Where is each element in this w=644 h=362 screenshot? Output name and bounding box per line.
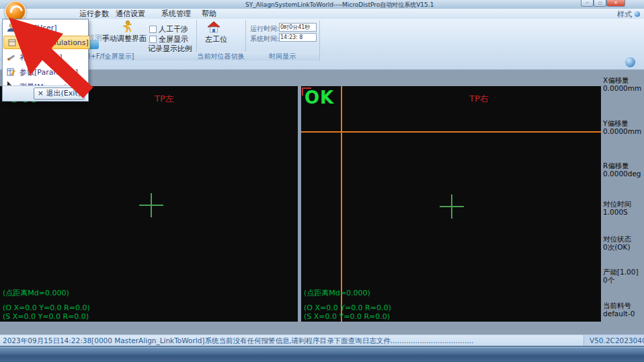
group-divider	[319, 20, 320, 61]
distance-readout-right: (点距离Md=0.000)	[304, 288, 370, 298]
o-readout-left: (O X=0.0 Y=0.0 R=0.0)	[3, 303, 90, 312]
camera-view-right: OK TP右 (点距离Md=0.000) (O X=0.0 Y=0.0 R=0.…	[301, 86, 601, 322]
r-offset-readout: R偏移量 0.0000deg	[603, 161, 643, 178]
current-part-value: default-0	[603, 310, 643, 318]
station-switch-button[interactable]: 左工位	[205, 34, 227, 44]
group-label-time-display: 时间显示	[245, 52, 319, 61]
s-readout-right: (S X=0.0 Y=0.0 R=0.0)	[304, 312, 390, 321]
menu-run-params[interactable]: 运行参数	[79, 9, 109, 18]
menu-item-params[interactable]: 参数[Param Set]	[3, 65, 89, 79]
tp-left-label: TP左	[155, 93, 174, 105]
manual-intervention-label: 人工干涉	[159, 24, 188, 34]
menu-bar: 运行参数 通信设置 系统管理 帮助 样式	[0, 9, 644, 20]
x-offset-value: 0.0000mm	[603, 84, 643, 92]
menu-item-params-label: 参数[Param Set]	[19, 67, 78, 77]
align-time-value: 1.000S	[603, 208, 643, 216]
run-time-field[interactable]	[279, 23, 317, 32]
menu-item-offset[interactable]: 补偿[Offset]	[3, 50, 89, 64]
formulations-icon	[7, 37, 17, 48]
help-circle-icon[interactable]	[625, 57, 635, 67]
capacity-label: 产能[1.00]	[603, 268, 643, 276]
param-icon	[6, 67, 17, 77]
manual-adjust-button[interactable]: 手动调整界面	[102, 34, 147, 44]
current-part-readout: 当前料号 default-0	[603, 301, 643, 318]
walking-person-icon	[121, 20, 133, 32]
menu-item-user[interactable]: 用户[User]	[3, 21, 89, 34]
exit-x-icon: ×	[38, 89, 44, 98]
window-maximize-button[interactable]: ▢	[594, 0, 606, 7]
fullscreen-label: 全屏显示	[159, 34, 188, 44]
manual-intervention-checkbox[interactable]	[149, 26, 157, 33]
window-minimize-button[interactable]: ─	[581, 0, 594, 7]
align-time-readout: 对位时间 1.000S	[603, 200, 643, 216]
style-menu-icon	[635, 11, 640, 17]
o-readout-right: (O X=0.0 Y=0.0 R=0.0)	[304, 303, 391, 312]
ribbon-toolbar: 线测试 手动调整界面 人工干涉 全屏显示 记录显示比例 左工位 运行时间: 系统…	[0, 19, 644, 70]
style-menu[interactable]: 样式	[617, 9, 632, 20]
r-offset-label: R偏移量	[603, 161, 643, 170]
sys-time-label: 系统时间:	[250, 34, 279, 44]
manual-intervention-option[interactable]: 人工干涉	[149, 24, 188, 34]
user-icon	[6, 22, 17, 33]
align-time-label: 对位时间	[603, 200, 643, 208]
x-offset-label: X偏移量	[603, 76, 643, 84]
y-offset-label: Y偏移量	[603, 119, 643, 127]
menu-item-formulations[interactable]: 料号[Formulations]	[3, 36, 90, 49]
menu-comm-settings[interactable]: 通信设置	[116, 9, 145, 18]
window-controls: ─ ▢ ✕	[581, 0, 625, 7]
window-close-button[interactable]: ✕	[606, 0, 625, 7]
crosshair-right	[440, 194, 464, 219]
house-icon	[206, 21, 221, 33]
status-message: 2023年09月15日14:22:38[0000 MasterAlign_Lin…	[3, 336, 581, 346]
align-status-label: 对位状态	[603, 235, 643, 243]
application-window: SY_AliagnSystemLinkToWorld----MicroDistP…	[0, 0, 644, 362]
fullscreen-option[interactable]: 全屏显示	[149, 34, 188, 44]
title-bar: SY_AliagnSystemLinkToWorld----MicroDistP…	[0, 0, 644, 9]
fullscreen-checkbox[interactable]	[149, 36, 157, 43]
group-label-aligner-switch: 当前对位器切换	[196, 52, 245, 61]
offset-icon	[6, 52, 17, 63]
version-label: V50.2C20230407N	[583, 335, 644, 347]
alignment-line-horizontal	[301, 131, 601, 133]
x-offset-readout: X偏移量 0.0000mm	[603, 76, 643, 92]
exit-label: 退出(Exit)	[46, 89, 81, 98]
r-offset-value: 0.0000deg	[603, 170, 643, 178]
s-readout-left: (S X=0.0 Y=0.0 R=0.0)	[3, 312, 89, 321]
exit-button[interactable]: × 退出(Exit)	[34, 87, 85, 100]
alignment-line-vertical	[341, 86, 342, 322]
crosshair-left	[139, 193, 163, 217]
status-bar: 2023年09月15日14:22:38[0000 MasterAlign_Lin…	[0, 334, 644, 347]
ok-status-right: OK	[305, 89, 334, 106]
y-offset-value: 0.0000mm	[603, 127, 643, 135]
menu-item-user-label: 用户[User]	[19, 23, 57, 33]
align-status-value: 0次(OK)	[603, 243, 643, 251]
y-offset-readout: Y偏移量 0.0000mm	[603, 119, 643, 135]
menu-system-manage[interactable]: 系统管理	[161, 9, 191, 18]
distance-readout-left: (点距离Md=0.000)	[3, 288, 69, 298]
tp-right-label: TP右	[469, 93, 489, 105]
sys-time-field[interactable]	[279, 33, 317, 42]
run-time-label: 运行时间:	[250, 24, 279, 34]
camera-view-left: OK TP左 (点距离Md=0.000) (O X=0.0 Y=0.0 R=0.…	[0, 86, 298, 322]
menu-exit-strip: × 退出(Exit)	[3, 85, 87, 101]
menu-help[interactable]: 帮助	[202, 9, 216, 18]
capacity-value: 0个	[603, 276, 643, 284]
menu-item-offset-label: 补偿[Offset]	[19, 52, 63, 63]
current-part-label: 当前料号	[603, 301, 643, 310]
taskbar: e 14:23 2023/9/15	[0, 346, 644, 362]
app-dropdown-menu: 用户[User] 料号[Formulations] 补偿[Offset] 参	[2, 19, 89, 102]
menu-item-formulations-label: 料号[Formulations]	[20, 38, 89, 48]
capacity-readout: 产能[1.00] 0个	[603, 268, 643, 284]
align-status-readout: 对位状态 0次(OK)	[603, 235, 643, 251]
